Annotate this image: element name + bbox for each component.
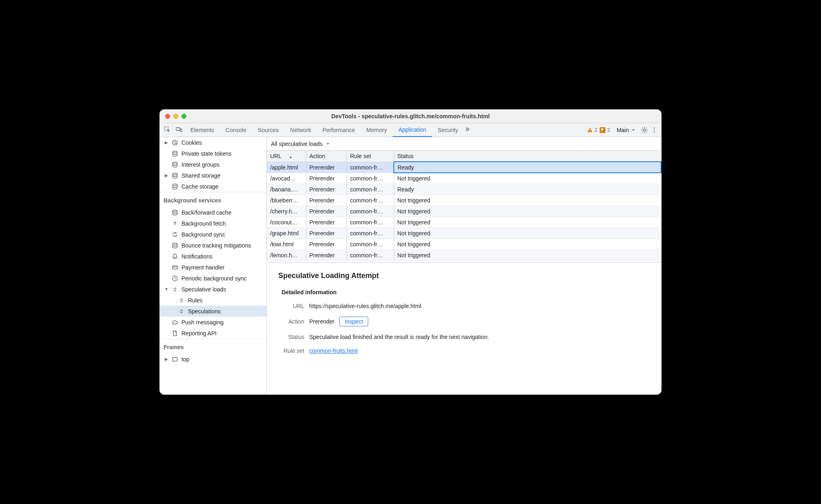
cell-ruleset: common-fr… [347, 228, 394, 239]
detail-ruleset-label: Rule set [282, 348, 304, 354]
device-toolbar-icon[interactable] [173, 123, 185, 137]
table-row[interactable]: /grape.html Prerender common-fr… Not tri… [267, 228, 661, 239]
sidebar-item-rules[interactable]: Rules [159, 295, 266, 306]
cell-action: Prerender [306, 217, 347, 228]
file-icon [172, 330, 178, 337]
col-status[interactable]: Status [394, 151, 661, 162]
cell-status: Not triggered [394, 239, 661, 250]
cell-ruleset: common-fr… [347, 206, 394, 217]
table-row[interactable]: /blueberr… Prerender common-fr… Not trig… [267, 195, 661, 206]
close-window-button[interactable] [165, 114, 170, 119]
sort-asc-icon: ▲ [289, 155, 293, 159]
panel-tabs: Elements Console Sources Network Perform… [159, 123, 662, 137]
issues-count: 2 [607, 127, 610, 133]
tab-network[interactable]: Network [284, 123, 317, 137]
table-row[interactable]: /lemon.h… Prerender common-fr… Not trigg… [267, 250, 661, 261]
sidebar-item-label: Private state tokens [181, 150, 231, 157]
sidebar-item-label: Background sync [181, 231, 225, 238]
bell-icon [172, 253, 178, 260]
sidebar-item-background-fetch[interactable]: Background fetch [159, 218, 266, 229]
warnings-indicator[interactable]: 2 [587, 127, 597, 133]
tab-console[interactable]: Console [220, 123, 252, 137]
detail-action-value: Prerender [309, 318, 334, 325]
sidebar-item-label: Bounce tracking mitigations [181, 242, 251, 249]
disclosure-triangle[interactable]: ▶ [164, 173, 168, 178]
detail-status-label: Status [282, 334, 304, 340]
inspect-button[interactable]: Inspect [339, 317, 368, 326]
sidebar-item-top[interactable]: ▶top [159, 354, 266, 365]
issues-indicator[interactable]: 2 [600, 127, 610, 133]
sidebar-item-cookies[interactable]: ▶Cookies [159, 137, 266, 148]
sidebar-item-periodic-background-sync[interactable]: Periodic background sync [159, 273, 266, 284]
col-action[interactable]: Action [306, 151, 347, 162]
sidebar-item-reporting-api[interactable]: Reporting API [159, 328, 266, 339]
sidebar-item-notifications[interactable]: Notifications [159, 251, 266, 262]
table-row[interactable]: /cherry.h… Prerender common-fr… Not trig… [267, 206, 661, 217]
disclosure-triangle[interactable]: ▶ [164, 357, 168, 361]
detail-ruleset-link[interactable]: common-fruits.html [309, 348, 358, 354]
db-icon [172, 150, 178, 157]
target-dropdown[interactable]: Main [617, 127, 635, 133]
tab-security[interactable]: Security [432, 123, 464, 137]
disclosure-triangle[interactable]: ▼ [164, 287, 168, 291]
cell-url: /avocad… [267, 173, 306, 184]
window-title: DevTools - speculative-rules.glitch.me/c… [159, 113, 662, 119]
sidebar-item-label: Push messaging [181, 319, 224, 326]
tab-memory[interactable]: Memory [361, 123, 393, 137]
updown-icon [178, 297, 185, 304]
sidebar-item-payment-handler[interactable]: Payment handler [159, 262, 266, 273]
inspect-element-icon[interactable] [162, 123, 173, 137]
sidebar-section-background-services: Background services [159, 192, 266, 207]
sidebar-item-interest-groups[interactable]: Interest groups [159, 159, 266, 170]
more-tabs-button[interactable] [464, 126, 470, 134]
detail-url-value: https://speculative-rules.glitch.me/appl… [309, 303, 421, 309]
sidebar-item-push-messaging[interactable]: Push messaging [159, 317, 266, 328]
tab-application[interactable]: Application [393, 123, 432, 137]
db-icon [172, 209, 178, 216]
window-titlebar: DevTools - speculative-rules.glitch.me/c… [159, 109, 662, 123]
sidebar-item-label: Periodic background sync [181, 275, 247, 282]
updown-icon [178, 308, 185, 315]
sidebar-item-private-state-tokens[interactable]: Private state tokens [159, 148, 266, 159]
db-icon [172, 242, 178, 249]
col-url[interactable]: URL▲ [267, 151, 306, 162]
clock-icon [172, 275, 178, 282]
cell-ruleset: common-fr… [347, 162, 394, 173]
sidebar-item-back-forward-cache[interactable]: Back/forward cache [159, 207, 266, 218]
cell-url: /kiwi.html [267, 239, 306, 250]
sidebar-item-label: top [181, 356, 189, 363]
tab-performance[interactable]: Performance [317, 123, 360, 137]
cookie-icon [172, 139, 178, 146]
cell-action: Prerender [306, 173, 347, 184]
tab-elements[interactable]: Elements [185, 123, 220, 137]
table-row[interactable]: /coconut… Prerender common-fr… Not trigg… [267, 217, 661, 228]
sidebar-item-shared-storage[interactable]: ▶Shared storage [159, 170, 266, 181]
maximize-window-button[interactable] [181, 114, 186, 119]
warnings-count: 2 [594, 127, 597, 133]
application-sidebar: ▶CookiesPrivate state tokensInterest gro… [159, 137, 267, 395]
sidebar-item-label: Cookies [181, 139, 202, 146]
settings-icon[interactable] [640, 126, 649, 134]
tab-sources[interactable]: Sources [252, 123, 284, 137]
table-row[interactable]: /banana.… Prerender common-fr… Ready [267, 184, 661, 195]
filter-dropdown[interactable]: All speculative loads [267, 137, 662, 151]
target-dropdown-label: Main [617, 127, 629, 133]
cell-url: /banana.… [267, 184, 306, 195]
sidebar-item-background-sync[interactable]: Background sync [159, 229, 266, 240]
col-ruleset[interactable]: Rule set [347, 151, 394, 162]
table-row[interactable]: /avocad… Prerender common-fr… Not trigge… [267, 173, 661, 184]
table-row[interactable]: /kiwi.html Prerender common-fr… Not trig… [267, 239, 661, 250]
minimize-window-button[interactable] [173, 114, 178, 119]
sidebar-item-label: Back/forward cache [181, 209, 231, 216]
sidebar-item-cache-storage[interactable]: Cache storage [159, 181, 266, 192]
sidebar-item-speculations[interactable]: Speculations [159, 306, 266, 317]
disclosure-triangle[interactable]: ▶ [164, 140, 168, 145]
table-row[interactable]: /apple.html Prerender common-fr… Ready [267, 162, 661, 173]
more-menu-icon[interactable] [649, 127, 659, 133]
sync-icon [172, 231, 178, 238]
cell-status: Ready [394, 162, 661, 173]
db-icon [172, 172, 178, 179]
sidebar-item-speculative-loads[interactable]: ▼Speculative loads [159, 284, 266, 295]
sidebar-item-bounce-tracking-mitigations[interactable]: Bounce tracking mitigations [159, 240, 266, 251]
db-icon [172, 183, 178, 190]
